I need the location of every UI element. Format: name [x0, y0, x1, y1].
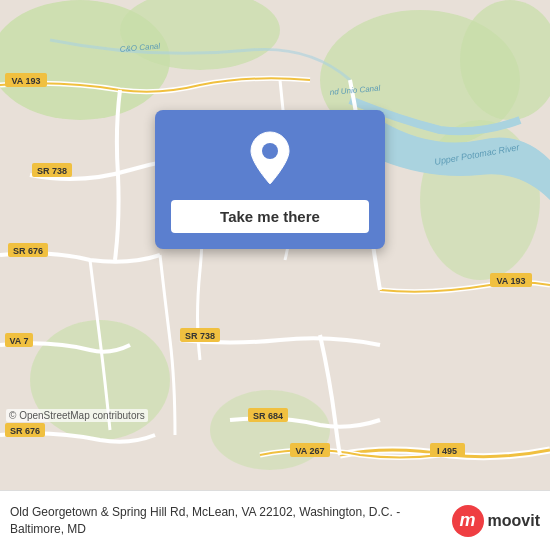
svg-text:SR 676: SR 676: [13, 246, 43, 256]
svg-text:SR 738: SR 738: [185, 331, 215, 341]
take-me-there-button[interactable]: Take me there: [171, 200, 369, 233]
svg-text:VA 193: VA 193: [11, 76, 40, 86]
svg-text:VA 7: VA 7: [9, 336, 28, 346]
svg-point-7: [210, 390, 330, 470]
moovit-text: moovit: [488, 512, 540, 530]
svg-text:VA 193: VA 193: [496, 276, 525, 286]
bottom-bar: Old Georgetown & Spring Hill Rd, McLean,…: [0, 490, 550, 550]
svg-text:I 495: I 495: [437, 446, 457, 456]
copyright-notice: © OpenStreetMap contributors: [6, 409, 148, 422]
location-pin-icon: [246, 130, 294, 188]
moovit-icon: m: [452, 505, 484, 537]
svg-point-31: [262, 143, 278, 159]
overlay-card: Take me there: [155, 110, 385, 249]
map-container: VA 193 SR 738 SR 676 VA 7 SR 676 SR 738 …: [0, 0, 550, 490]
moovit-logo: m moovit: [452, 505, 540, 537]
svg-text:SR 676: SR 676: [10, 426, 40, 436]
svg-text:VA 267: VA 267: [295, 446, 324, 456]
address-text: Old Georgetown & Spring Hill Rd, McLean,…: [10, 504, 452, 538]
svg-text:SR 684: SR 684: [253, 411, 283, 421]
svg-text:SR 738: SR 738: [37, 166, 67, 176]
